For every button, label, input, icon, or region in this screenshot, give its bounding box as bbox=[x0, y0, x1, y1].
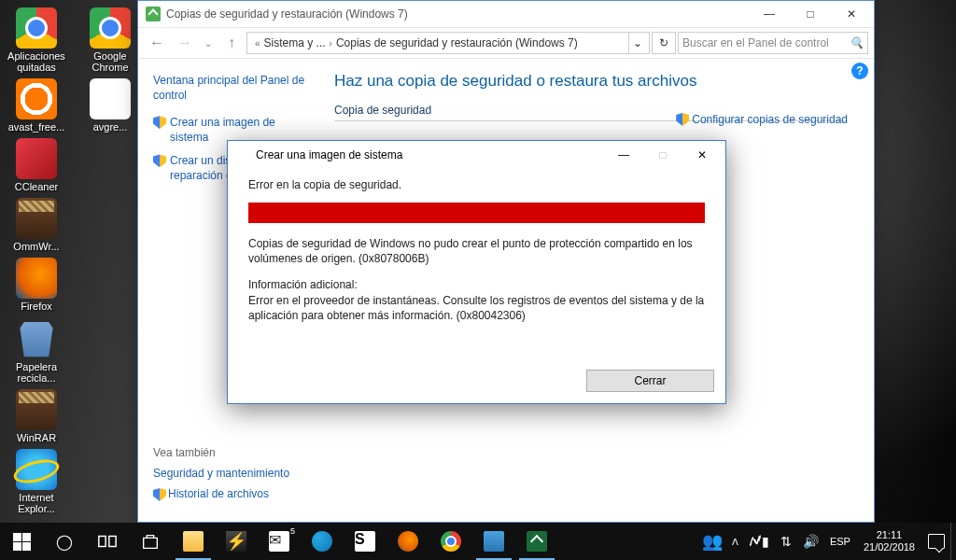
task-view-button[interactable] bbox=[86, 523, 129, 560]
chevron-left-icon: « bbox=[255, 38, 260, 49]
see-also-history[interactable]: Historial de archivos bbox=[153, 487, 289, 501]
cortana-button[interactable]: ◯ bbox=[43, 523, 86, 560]
nav-back-button[interactable]: ← bbox=[144, 30, 170, 56]
clock-date: 21/02/2018 bbox=[864, 541, 915, 553]
desktop-icon-winrar[interactable]: WinRAR bbox=[2, 387, 71, 445]
desktop-icon-papelera-recicla-[interactable]: Papelera recicla... bbox=[2, 316, 71, 385]
error-message-1: Copias de seguridad de Windows no pudo c… bbox=[248, 236, 705, 266]
minimize-button[interactable]: — bbox=[749, 1, 790, 27]
start-button[interactable] bbox=[0, 523, 43, 560]
cp-title: Copias de seguridad y restauración (Wind… bbox=[166, 7, 408, 21]
error-dialog: Crear una imagen de sistema — □ ✕ Error … bbox=[227, 140, 726, 404]
breadcrumb[interactable]: « Sistema y ... › Copias de seguridad y … bbox=[246, 32, 650, 54]
backup-icon bbox=[146, 7, 161, 21]
taskbar: ◯ ⚡ ✉5 S 👥 ᐱ 🗲▮ ⇅ 🔊 ESP 21:11 21/02/2018 bbox=[0, 523, 956, 560]
desktop-icon-internet-explor-[interactable]: Internet Explor... bbox=[2, 447, 71, 516]
taskbar-explorer[interactable] bbox=[172, 523, 215, 560]
backup-icon bbox=[235, 147, 250, 162]
tray-wifi-icon[interactable]: ⇅ bbox=[775, 523, 797, 560]
sidebar-title[interactable]: Ventana principal del Panel de control bbox=[153, 74, 314, 103]
dialog-minimize-button[interactable]: — bbox=[604, 142, 643, 168]
taskbar-screen[interactable] bbox=[472, 523, 515, 560]
configure-backup-link[interactable]: Configurar copias de seguridad bbox=[676, 113, 848, 126]
breadcrumb-part2[interactable]: Copias de seguridad y restauración (Wind… bbox=[336, 36, 578, 49]
svg-rect-0 bbox=[99, 537, 105, 547]
taskbar-mail[interactable]: ✉5 bbox=[258, 523, 301, 560]
firefox-icon bbox=[16, 258, 57, 299]
taskbar-firefox[interactable] bbox=[387, 523, 429, 560]
shield-icon bbox=[153, 154, 166, 167]
taskbar-edge[interactable] bbox=[301, 523, 344, 560]
ccleaner-icon bbox=[16, 138, 57, 179]
ie-icon bbox=[16, 449, 57, 490]
tray-notifications-button[interactable] bbox=[922, 523, 950, 560]
nav-up-button[interactable]: ↑ bbox=[218, 30, 245, 56]
desktop-icon-label: WinRAR bbox=[4, 432, 69, 443]
dialog-maximize-button[interactable]: □ bbox=[643, 142, 682, 168]
desktop-icon-label: Aplicaciones quitadas bbox=[4, 50, 69, 73]
desktop-icon-label: avast_free... bbox=[4, 121, 69, 133]
error-message-2: Error en el proveedor de instantáneas. C… bbox=[248, 293, 705, 323]
nav-forward-button[interactable]: → bbox=[172, 30, 198, 56]
dialog-title: Crear una imagen de sistema bbox=[256, 148, 402, 161]
winrar-icon bbox=[16, 389, 57, 430]
desktop-icon-google-chrome[interactable]: Google Chrome bbox=[76, 6, 145, 75]
dialog-titlebar[interactable]: Crear una imagen de sistema — □ ✕ bbox=[228, 141, 725, 169]
desktop-icon-avgre-[interactable]: avgre... bbox=[76, 77, 145, 134]
search-placeholder: Buscar en el Panel de control bbox=[682, 36, 850, 49]
tray-overflow-button[interactable]: ᐱ bbox=[728, 523, 743, 560]
desktop-icon-label: Internet Explor... bbox=[4, 492, 69, 514]
refresh-button[interactable]: ↻ bbox=[652, 32, 676, 54]
tray-battery-icon[interactable]: 🗲▮ bbox=[743, 523, 775, 560]
desktop-icon-label: Papelera recicla... bbox=[4, 361, 69, 384]
shield-icon bbox=[153, 116, 166, 129]
chrome-icon bbox=[90, 7, 131, 49]
breadcrumb-part1[interactable]: Sistema y ... bbox=[264, 36, 326, 49]
cp-titlebar[interactable]: Copias de seguridad y restauración (Wind… bbox=[138, 1, 874, 27]
search-input[interactable]: Buscar en el Panel de control 🔍 bbox=[678, 32, 868, 54]
see-also-title: Vea también bbox=[153, 446, 289, 459]
taskbar-s-app[interactable]: S bbox=[344, 523, 387, 560]
see-also-security[interactable]: Seguridad y mantenimiento bbox=[153, 467, 289, 480]
breadcrumb-dropdown[interactable]: ⌄ bbox=[628, 33, 645, 53]
desktop-icon-label: Firefox bbox=[4, 301, 69, 312]
taskbar-backup[interactable] bbox=[515, 523, 558, 560]
desktop-icon-ccleaner[interactable]: CCleaner bbox=[2, 136, 71, 194]
search-icon: 🔍 bbox=[850, 36, 864, 49]
svg-rect-1 bbox=[109, 537, 116, 547]
desktop-icon-firefox[interactable]: Firefox bbox=[2, 256, 71, 314]
desktop-icon-aplicaciones-quitadas[interactable]: Aplicaciones quitadas bbox=[2, 6, 71, 75]
dialog-close-button[interactable]: ✕ bbox=[682, 142, 722, 168]
error-info-label: Información adicional: bbox=[248, 277, 705, 292]
tray-people-icon[interactable]: 👥 bbox=[696, 523, 728, 560]
store-button[interactable] bbox=[129, 523, 172, 560]
see-also: Vea también Seguridad y mantenimiento Hi… bbox=[153, 446, 289, 509]
chevron-right-icon: › bbox=[330, 38, 332, 49]
winrar-icon bbox=[16, 198, 57, 239]
shield-icon bbox=[676, 113, 689, 126]
error-progress-bar bbox=[248, 203, 705, 223]
error-headline: Error en la copia de seguridad. bbox=[248, 178, 705, 191]
desktop-icon-label: Google Chrome bbox=[77, 50, 143, 73]
shield-icon bbox=[153, 488, 166, 501]
avast-icon bbox=[16, 78, 57, 119]
desktop-icon-label: CCleaner bbox=[4, 181, 69, 192]
taskbar-chrome[interactable] bbox=[429, 523, 472, 560]
tray-volume-icon[interactable]: 🔊 bbox=[797, 523, 824, 560]
clock-time: 21:11 bbox=[877, 529, 903, 541]
maximize-button[interactable]: □ bbox=[790, 1, 831, 27]
desktop-icon-ommwr-[interactable]: OmmWr... bbox=[2, 196, 71, 254]
tray-clock[interactable]: 21:11 21/02/2018 bbox=[856, 523, 922, 560]
nav-recent-button[interactable]: ⌄ bbox=[200, 30, 217, 56]
taskbar-winamp[interactable]: ⚡ bbox=[215, 523, 258, 560]
close-button[interactable]: ✕ bbox=[831, 1, 872, 27]
file-icon bbox=[90, 78, 131, 119]
desktop-icon-label: avgre... bbox=[77, 121, 143, 133]
tray-language[interactable]: ESP bbox=[824, 523, 856, 560]
page-heading: Haz una copia de seguridad o restaura tu… bbox=[334, 72, 848, 91]
show-desktop-button[interactable] bbox=[950, 523, 956, 560]
desktop-icon-label: OmmWr... bbox=[4, 241, 69, 252]
desktop-icon-avast-free-[interactable]: avast_free... bbox=[2, 77, 71, 134]
bin-icon bbox=[16, 318, 57, 359]
dialog-close-action-button[interactable]: Cerrar bbox=[586, 370, 714, 392]
